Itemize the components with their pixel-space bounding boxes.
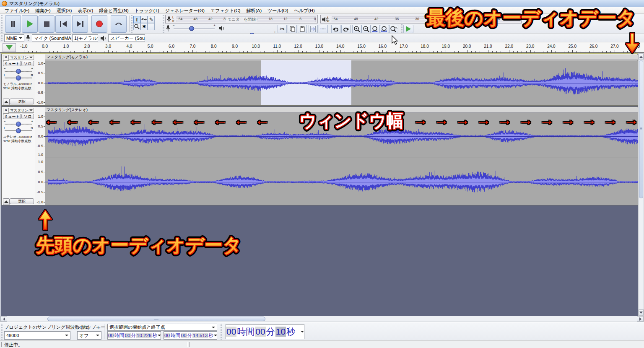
selection-toolbar-grip[interactable] <box>1 324 3 340</box>
gain-slider[interactable]: −+ <box>4 120 33 126</box>
time-digit-group[interactable]: 秒 <box>152 332 158 339</box>
input-volume-slider[interactable]: − + <box>173 25 216 32</box>
trim-audio-button[interactable] <box>309 25 318 33</box>
scroll-up-button[interactable] <box>639 54 644 60</box>
playspeed-toolbar-grip[interactable] <box>401 24 402 33</box>
solo-button[interactable]: ソロ <box>21 61 34 66</box>
copy-button[interactable] <box>288 25 297 33</box>
select-track-button[interactable]: 選択 <box>10 198 34 204</box>
time-digit-group[interactable]: 00 <box>255 327 265 337</box>
collapse-track-button[interactable] <box>3 198 10 205</box>
track-menu-button[interactable]: マスタリング(モノラル) <box>9 55 34 60</box>
pan-thumb[interactable] <box>16 128 21 133</box>
pause-button[interactable] <box>5 15 21 33</box>
menu-transport[interactable]: 録音と再生(N) <box>96 7 132 14</box>
mute-button[interactable]: ミュート <box>3 114 21 119</box>
time-digit-group[interactable]: 分 <box>187 332 193 339</box>
timeline-scale[interactable]: -1.00.01.02.03.04.05.06.07.08.09.010.011… <box>17 42 638 52</box>
menu-tools[interactable]: ツール(O) <box>265 7 291 14</box>
waveform-stereo-right[interactable] <box>45 158 638 205</box>
track-menu-button[interactable]: マスタリング(ステレオ) <box>9 108 34 113</box>
time-digit-group[interactable]: 秒 <box>286 326 296 338</box>
selection-tool-button[interactable]: I <box>133 16 140 23</box>
project-rate-select[interactable]: 48000 <box>4 331 70 340</box>
zoom-out-button[interactable] <box>361 25 371 33</box>
time-digit-group[interactable]: 00 <box>108 333 114 338</box>
time-digit-group[interactable]: 00 <box>226 327 236 337</box>
time-digit-group[interactable]: 00 <box>181 333 187 338</box>
output-device-select[interactable]: スピーカー (Soun <box>108 34 145 42</box>
track-mono-wave-region[interactable]: マスタリング(モノラル) <box>45 54 638 105</box>
gain-slider[interactable]: −+ <box>4 68 33 73</box>
scroll-down-button[interactable] <box>639 309 644 315</box>
draw-tool-button[interactable]: ✎ <box>148 16 155 23</box>
time-digit-group[interactable]: 時間 <box>170 332 181 339</box>
skip-to-end-button[interactable] <box>72 15 88 33</box>
timeline-ruler[interactable]: -1.00.01.02.03.04.05.06.07.08.09.010.011… <box>0 42 644 53</box>
vertical-scroll-thumb[interactable] <box>639 60 643 198</box>
track-close-button[interactable] <box>3 55 9 61</box>
scroll-right-button[interactable] <box>637 316 644 322</box>
skip-to-start-button[interactable] <box>55 15 71 33</box>
timeline-pin-button[interactable] <box>3 43 16 52</box>
toolbar-grip[interactable] <box>1 15 3 33</box>
zoom-selection-button[interactable] <box>371 25 380 33</box>
selection-range-mode-select[interactable]: 選択範囲の開始点と終了点 <box>107 324 217 331</box>
gain-thumb[interactable] <box>16 122 21 127</box>
menu-tracks[interactable]: トラック(T) <box>132 7 162 14</box>
stop-button[interactable] <box>39 15 55 33</box>
monitor-start-text[interactable]: モニターを開始 <box>226 17 257 22</box>
vertical-ruler[interactable]: 1.00.50.0-0.5-1.0 <box>35 54 45 105</box>
time-digit-group[interactable]: 10 <box>275 327 286 337</box>
horizontal-scroll-thumb[interactable] <box>47 317 265 321</box>
menu-select[interactable]: 選択(S) <box>54 7 75 14</box>
time-digit-group[interactable]: 秒 <box>208 332 214 339</box>
menu-edit[interactable]: 編集(E) <box>32 7 54 14</box>
zoom-toggle-button[interactable] <box>389 25 398 33</box>
snap-mode-select[interactable]: オフ <box>77 331 101 340</box>
zoom-in-button[interactable] <box>352 25 361 33</box>
menu-analyze[interactable]: 解析(A) <box>243 7 265 14</box>
input-device-select[interactable]: マイク (SoundMA <box>32 34 71 42</box>
meter-toolbar-grip[interactable] <box>163 15 164 33</box>
redo-button[interactable] <box>341 25 351 33</box>
multi-tool-button[interactable]: ✱ <box>140 23 148 30</box>
silence-audio-button[interactable] <box>319 25 328 33</box>
play-at-speed-button[interactable] <box>403 25 413 33</box>
time-digit-group[interactable]: 14.513 <box>192 333 208 338</box>
horizontal-scrollbar[interactable] <box>0 316 644 322</box>
waveform-mono[interactable] <box>45 60 638 105</box>
tools-toolbar-grip[interactable] <box>131 15 132 33</box>
time-digit-group[interactable]: 分 <box>131 332 137 339</box>
time-digit-group[interactable]: 00 <box>164 333 170 338</box>
collapse-track-button[interactable] <box>3 99 10 105</box>
loop-button[interactable] <box>111 15 127 33</box>
selection-end-field[interactable]: 00時間00分14.513秒 <box>164 331 217 340</box>
track-mono[interactable]: マスタリング(モノラル) ミュート ソロ −+ LR モノラル, 48000Hz… <box>1 54 638 106</box>
cut-button[interactable]: ✂ <box>278 25 287 33</box>
time-digit-group[interactable]: 10.226 <box>136 333 152 338</box>
pan-slider[interactable]: LR <box>4 74 33 80</box>
menu-view[interactable]: 表示(V) <box>75 7 96 14</box>
selection-start-field[interactable]: 00時間00分10.226秒 <box>107 331 161 340</box>
time-digit-group[interactable]: 時間 <box>236 326 255 338</box>
select-track-button[interactable]: 選択 <box>10 99 34 104</box>
mute-button[interactable]: ミュート <box>3 61 21 66</box>
input-channels-select[interactable]: 1(モノラル <box>72 34 98 42</box>
zoom-tool-button[interactable] <box>133 23 140 30</box>
pan-slider[interactable]: LR <box>4 127 33 133</box>
envelope-tool-button[interactable] <box>140 16 148 23</box>
record-meter[interactable]: LR -54-48-42-36-30-24-18-12-60 モニターを開始 <box>165 15 318 23</box>
audio-host-select[interactable]: MME <box>4 34 24 42</box>
gain-thumb[interactable] <box>16 69 21 74</box>
menu-generate[interactable]: ジェネレーター(G) <box>162 7 208 14</box>
record-button[interactable] <box>91 15 107 33</box>
time-toolbar-grip[interactable] <box>221 324 222 340</box>
time-digit-group[interactable]: 時間 <box>114 332 125 339</box>
track-close-button[interactable] <box>3 108 9 114</box>
vertical-scrollbar[interactable] <box>638 53 644 316</box>
audio-position-field[interactable]: 00時間00分10秒 <box>226 324 304 339</box>
undo-button[interactable] <box>331 25 340 33</box>
solo-button[interactable]: ソロ <box>21 114 34 119</box>
time-digit-group[interactable]: 00 <box>125 333 131 338</box>
